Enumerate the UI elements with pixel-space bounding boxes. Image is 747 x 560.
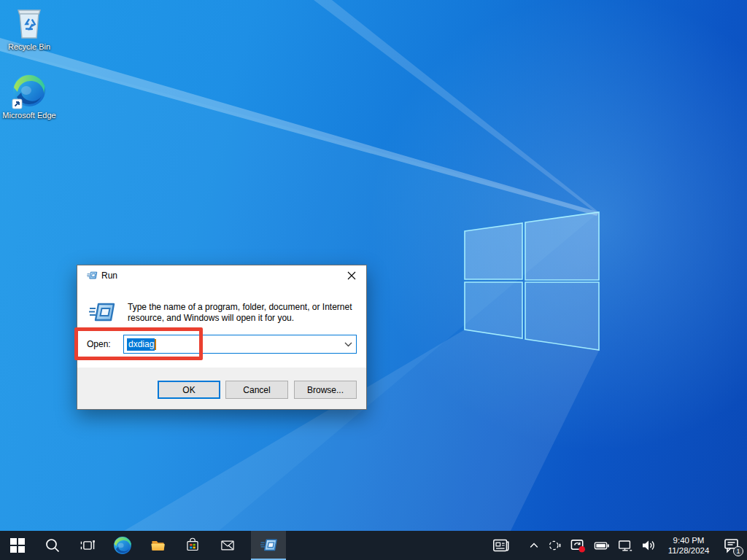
run-dialog-icon	[86, 298, 117, 327]
windows-logo-icon	[10, 538, 25, 553]
taskbar: 9:40 PM 11/28/2024 1	[0, 531, 747, 560]
windows-desktop: Recycle Bin Microsoft Edge Run Type the …	[0, 0, 747, 560]
microsoft-edge-label: Microsoft Edge	[1, 111, 57, 120]
start-button[interactable]	[0, 531, 35, 560]
file-explorer-icon	[148, 536, 167, 555]
taskbar-clock[interactable]: 9:40 PM 11/28/2024	[662, 535, 715, 556]
network-button[interactable]	[616, 537, 635, 554]
network-ethernet-icon	[617, 538, 633, 553]
close-button[interactable]	[336, 265, 366, 285]
desktop-icon-recycle-bin[interactable]: Recycle Bin	[1, 4, 57, 52]
recycle-bin-icon	[12, 4, 46, 41]
open-combobox[interactable]: dxdiag	[123, 335, 357, 354]
taskbar-mail[interactable]	[210, 531, 245, 560]
taskbar-microsoft-store[interactable]	[175, 531, 210, 560]
taskbar-microsoft-edge[interactable]	[105, 531, 140, 560]
sync-alert-icon	[570, 538, 587, 553]
run-icon	[259, 536, 278, 555]
speaker-icon	[640, 538, 657, 553]
clock-date: 11/28/2024	[662, 545, 715, 556]
desktop-icon-microsoft-edge[interactable]: Microsoft Edge	[1, 73, 57, 120]
clock-time: 9:40 PM	[662, 535, 715, 545]
tray-device-button[interactable]	[546, 537, 564, 554]
chevron-down-icon	[344, 342, 352, 347]
microsoft-store-icon	[183, 536, 202, 555]
recycle-bin-label: Recycle Bin	[1, 42, 57, 52]
run-dialog: Run Type the name of a program, folder, …	[77, 265, 367, 410]
task-view-button[interactable]	[70, 531, 105, 560]
volume-button[interactable]	[639, 537, 658, 554]
close-icon	[347, 271, 356, 280]
dashed-circle-icon	[547, 538, 562, 553]
cancel-button[interactable]: Cancel	[225, 381, 288, 399]
microsoft-edge-icon	[11, 73, 47, 109]
run-titlebar-icon	[86, 270, 98, 281]
text-caret	[155, 339, 156, 350]
action-center-button[interactable]: 1	[719, 532, 744, 559]
shortcut-arrow-icon	[12, 99, 22, 109]
run-dialog-titlebar[interactable]: Run	[77, 265, 366, 285]
mail-icon	[218, 536, 237, 555]
combobox-dropdown-button[interactable]	[340, 335, 356, 353]
battery-icon	[594, 538, 610, 553]
open-label: Open:	[87, 335, 111, 354]
ok-button[interactable]: OK	[158, 381, 220, 399]
news-icon	[492, 537, 511, 554]
open-input-value: dxdiag	[127, 338, 155, 351]
battery-button[interactable]	[592, 537, 611, 554]
microsoft-edge-icon	[113, 536, 132, 555]
tray-sync-alert-button[interactable]	[568, 537, 588, 555]
task-view-icon	[79, 537, 96, 554]
dialog-title: Run	[101, 271, 117, 281]
news-widget-button[interactable]	[490, 535, 512, 556]
notification-badge: 1	[733, 546, 743, 556]
instruction-text: Type the name of a program, folder, docu…	[128, 302, 355, 324]
hidden-icons-button[interactable]	[527, 538, 541, 553]
search-icon	[44, 537, 61, 553]
system-tray: 9:40 PM 11/28/2024 1	[490, 531, 744, 560]
chevron-up-icon	[528, 540, 540, 551]
alert-red-dot	[578, 545, 585, 552]
dialog-button-bar: OK Cancel Browse...	[77, 368, 366, 409]
taskbar-file-explorer[interactable]	[140, 531, 175, 560]
search-button[interactable]	[35, 531, 70, 560]
browse-button[interactable]: Browse...	[294, 381, 357, 399]
taskbar-run-active[interactable]	[251, 531, 286, 560]
